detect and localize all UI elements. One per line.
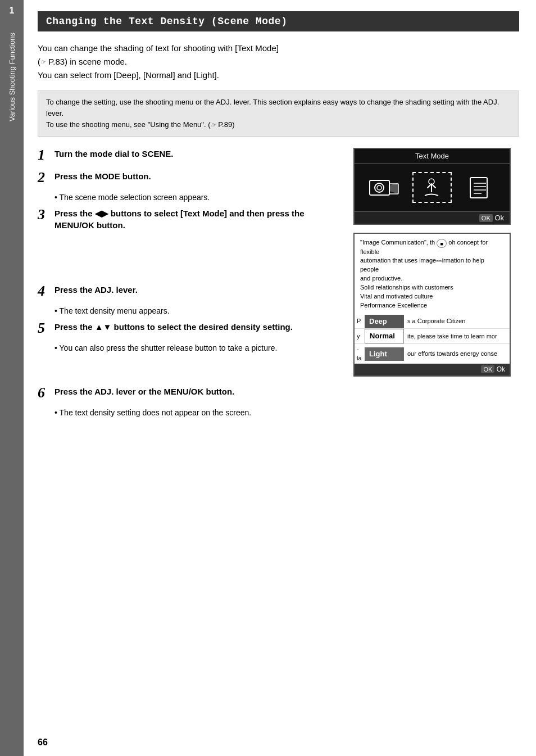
text-mode-footer: OK Ok	[355, 211, 510, 224]
screen-icons-row	[355, 164, 510, 211]
info-text: To change the setting, use the shooting …	[46, 98, 499, 129]
intro-paragraph: You can change the shading of text for s…	[38, 42, 519, 82]
step-5-number: 5	[38, 321, 50, 336]
density-row-deep: P Deep s a Corporate Citizen	[355, 315, 510, 328]
step-1-number: 1	[38, 148, 50, 162]
icon-document	[460, 172, 499, 203]
svg-rect-0	[370, 180, 389, 195]
step-6-sub: The text density setting does not appear…	[38, 408, 519, 417]
density-footer: OK Ok	[355, 364, 510, 375]
steps-area: 1 Turn the mode dial to SCENE. 2 Press t…	[38, 148, 519, 377]
density-label-normal: Normal	[365, 329, 404, 343]
density-text-line3: and productive.	[360, 275, 402, 282]
svg-point-1	[375, 183, 384, 192]
intro-line1: You can change the shading of text for s…	[38, 43, 279, 80]
density-text-line6: Performance Excellence	[360, 302, 427, 309]
density-label-light: Light	[365, 347, 404, 361]
svg-rect-6	[470, 178, 487, 198]
density-normal-text: ite, please take time to learn mor	[404, 331, 510, 342]
svg-marker-4	[389, 183, 398, 194]
density-screen: "Image Communication", th ■ oh concept f…	[353, 233, 511, 377]
svg-point-2	[377, 185, 381, 190]
step-3-text: Press the ◀▶ buttons to select [Text Mod…	[54, 207, 342, 231]
step-1-text: Turn the mode dial to SCENE.	[54, 148, 173, 160]
icon-camera	[365, 172, 404, 203]
step-2-sub: The scene mode selection screen appears.	[38, 193, 342, 202]
density-text-line5: Vital and motivated culture	[360, 293, 433, 300]
sidebar-number: 1	[10, 6, 15, 16]
text-mode-screen: Text Mode	[353, 148, 511, 225]
density-text-area: "Image Communication", th ■ oh concept f…	[355, 234, 510, 315]
sidebar-label: Various Shooting Functions	[8, 33, 16, 121]
step-6-area: 6 Press the ADJ. lever or the MENU/OK bu…	[38, 386, 519, 417]
step-1: 1 Turn the mode dial to SCENE.	[38, 148, 342, 162]
density-label-deep: Deep	[365, 315, 404, 328]
density-text-line2: automation that uses image	[360, 257, 436, 264]
page-title: Changing the Text Density (Scene Mode)	[38, 11, 519, 31]
sidebar: 1 Various Shooting Functions	[0, 0, 24, 756]
step-4-text: Press the ADJ. lever.	[54, 284, 138, 296]
step-3: 3 Press the ◀▶ buttons to select [Text M…	[38, 207, 342, 231]
step-6-text: Press the ADJ. lever or the MENU/OK butt…	[54, 386, 234, 397]
text-mode-title: Text Mode	[355, 149, 510, 164]
density-text-line1: "Image Communication", th	[360, 239, 435, 246]
density-deep-text: s a Corporate Citizen	[404, 316, 510, 327]
step-6-number: 6	[38, 386, 50, 400]
steps-right: Text Mode	[353, 148, 519, 377]
icon-person-upload	[412, 172, 452, 203]
step-5-text: Press the ▲▼ buttons to select the desir…	[54, 321, 293, 333]
info-box: To change the setting, use the shooting …	[38, 90, 519, 137]
density-row-light: -la Light our efforts towards energy con…	[355, 343, 510, 364]
steps-left: 1 Turn the mode dial to SCENE. 2 Press t…	[38, 148, 342, 377]
density-row-normal: y Normal ite, please take time to learn …	[355, 328, 510, 343]
step-6: 6 Press the ADJ. lever or the MENU/OK bu…	[38, 386, 519, 400]
step-5: 5 Press the ▲▼ buttons to select the des…	[38, 321, 342, 336]
step-2-number: 2	[38, 170, 50, 185]
step-5-sub: You can also press the shutter release b…	[38, 343, 342, 352]
main-content: Changing the Text Density (Scene Mode) Y…	[24, 0, 536, 756]
step-4-sub: The text density menu appears.	[38, 306, 342, 315]
step-4: 4 Press the ADJ. lever.	[38, 284, 342, 298]
step-2: 2 Press the MODE button.	[38, 170, 342, 185]
step-4-number: 4	[38, 284, 50, 298]
density-light-text: our efforts towards energy conse	[404, 348, 510, 359]
step-3-number: 3	[38, 207, 50, 222]
step-2-text: Press the MODE button.	[54, 170, 151, 182]
page-number: 66	[38, 737, 48, 748]
density-text-line4: Solid relationships with customers	[360, 284, 453, 291]
